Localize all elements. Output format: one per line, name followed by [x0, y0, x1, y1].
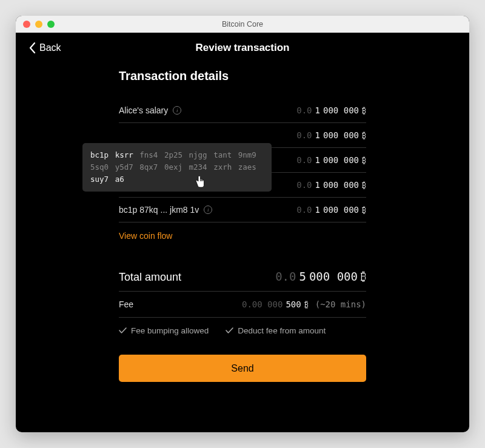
close-icon[interactable] [23, 21, 30, 28]
page-header: Back Review transaction [16, 33, 469, 63]
address-tooltip: bc1p ksrr fns4 2p25 njgg tant 9nm9 5sq0 … [82, 143, 272, 192]
send-button[interactable]: Send [119, 355, 366, 382]
info-icon[interactable]: i [173, 106, 181, 115]
fee-estimate: (~20 mins) [315, 299, 366, 309]
section-title: Transaction details [119, 69, 366, 83]
deduct-fee-check: Deduct fee from amount [226, 326, 326, 335]
recipient-amount: 0.01 000 000 ₿ [296, 205, 366, 215]
view-coin-flow-link[interactable]: View coin flow [119, 222, 366, 244]
fee-amount: 0.00 000 500 ₿ (~20 mins) [242, 299, 366, 309]
total-amount: 0.05 000 000 ₿ [275, 270, 366, 283]
fee-bumping-check: Fee bumping allowed [119, 326, 209, 335]
recipient-label: bc1p 87kq ... jkm8 1v [119, 205, 199, 215]
app-window: Bitcoin Core Back Review transaction Tra… [16, 16, 469, 432]
fee-label: Fee [119, 299, 133, 309]
window-controls [23, 21, 55, 28]
back-button[interactable]: Back [29, 42, 61, 53]
info-icon[interactable]: i [204, 206, 212, 214]
recipient-label: Alice's salary [119, 105, 168, 115]
recipient-amount: 0.01 000 000 ₿ [296, 105, 366, 115]
total-label: Total amount [119, 271, 181, 284]
recipient-row: bc1p 87kq ... jkm8 1v i 0.01 000 000 ₿ [119, 198, 366, 222]
page-title: Review transaction [196, 42, 290, 54]
fee-row: Fee 0.00 000 500 ₿ (~20 mins) [119, 292, 366, 318]
recipient-row: Alice's salary i 0.01 000 000 ₿ [119, 98, 366, 123]
recipient-label [119, 130, 121, 140]
recipient-amount: 0.01 000 000 ₿ [296, 180, 366, 190]
chevron-left-icon [29, 42, 36, 53]
total-row: Total amount 0.05 000 000 ₿ [119, 262, 366, 292]
recipient-amount: 0.01 000 000 ₿ [296, 130, 366, 140]
check-icon [119, 327, 127, 334]
titlebar: Bitcoin Core [16, 16, 469, 33]
recipient-amount: 0.01 000 000 ₿ [296, 155, 366, 165]
window-title: Bitcoin Core [16, 20, 469, 28]
back-label: Back [39, 42, 61, 53]
fullscreen-icon[interactable] [47, 21, 55, 28]
minimize-icon[interactable] [35, 21, 42, 28]
check-icon [226, 327, 233, 334]
content: Transaction details Alice's salary i 0.0… [16, 63, 469, 432]
fee-options: Fee bumping allowed Deduct fee from amou… [119, 318, 366, 335]
